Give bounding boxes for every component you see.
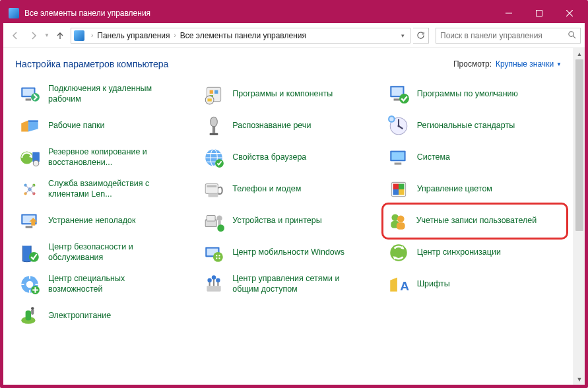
cpl-item-mobility-center[interactable]: Центр мобильности Windows bbox=[199, 237, 377, 269]
lenovo-client-icon bbox=[18, 178, 42, 201]
cpl-item-default-programs[interactable]: Программы по умолчанию bbox=[384, 79, 562, 110]
scroll-thumb[interactable] bbox=[575, 59, 583, 231]
cpl-item-label: Шрифты bbox=[417, 279, 450, 290]
cpl-item-label: Служба взаимодействия с клиентами Len... bbox=[48, 179, 174, 199]
cpl-item-label: Система bbox=[417, 152, 450, 163]
remote-desktop-icon bbox=[18, 82, 42, 106]
cpl-item-troubleshooting[interactable]: Устранение неполадок bbox=[15, 205, 193, 237]
address-bar[interactable]: › Панель управления › Все элементы панел… bbox=[71, 28, 410, 44]
maximize-button[interactable] bbox=[524, 3, 554, 23]
view-label: Просмотр: bbox=[453, 59, 492, 69]
cpl-item-internet-options[interactable]: Свойства браузера bbox=[199, 142, 377, 174]
forward-button[interactable] bbox=[26, 28, 42, 44]
items-grid: Подключения к удаленным рабочимПрограммы… bbox=[15, 79, 562, 332]
cpl-item-label: Центр синхронизации bbox=[417, 247, 501, 258]
system-icon bbox=[387, 146, 410, 170]
sync-center-icon bbox=[387, 241, 410, 265]
svg-rect-0 bbox=[537, 11, 542, 16]
breadcrumb-current[interactable]: Все элементы панели управления bbox=[179, 31, 308, 40]
search-input[interactable] bbox=[440, 31, 568, 40]
speech-icon bbox=[202, 114, 226, 138]
cpl-item-power-options[interactable]: Электропитание bbox=[15, 300, 193, 332]
cpl-item-devices-printers[interactable]: Устройства и принтеры bbox=[199, 205, 377, 237]
scroll-down-button[interactable]: ▼ bbox=[574, 373, 585, 385]
main-panel: Настройка параметров компьютера Просмотр… bbox=[3, 48, 573, 385]
chevron-right-icon[interactable]: › bbox=[172, 32, 179, 39]
cpl-item-lenovo-client[interactable]: Служба взаимодействия с клиентами Len... bbox=[15, 174, 193, 205]
cpl-item-color-management[interactable]: Управление цветом bbox=[384, 174, 562, 205]
color-management-icon bbox=[387, 178, 410, 201]
cpl-item-sync-center[interactable]: Центр синхронизации bbox=[384, 237, 562, 269]
cpl-item-network-sharing[interactable]: Центр управления сетями и общим доступом bbox=[199, 269, 377, 300]
programs-features-icon bbox=[202, 82, 226, 106]
cpl-item-label: Свойства браузера bbox=[232, 152, 306, 163]
cpl-item-system[interactable]: Система bbox=[384, 142, 562, 174]
cpl-item-programs-features[interactable]: Программы и компоненты bbox=[199, 79, 377, 110]
user-accounts-icon bbox=[386, 209, 410, 233]
titlebar[interactable]: Все элементы панели управления bbox=[3, 3, 585, 23]
address-dropdown-icon[interactable]: ▾ bbox=[399, 32, 407, 39]
scrollbar[interactable]: ▲ ▼ bbox=[573, 48, 585, 385]
page-title: Настройка параметров компьютера bbox=[15, 59, 168, 69]
backup-restore-icon bbox=[18, 146, 42, 170]
phone-modem-icon bbox=[202, 178, 226, 201]
cpl-item-label: Телефон и модем bbox=[232, 184, 301, 195]
fonts-icon bbox=[387, 273, 410, 296]
cpl-item-label: Региональные стандарты bbox=[417, 121, 515, 131]
cpl-item-label: Управление цветом bbox=[417, 184, 492, 195]
cpl-item-phone-modem[interactable]: Телефон и модем bbox=[199, 174, 377, 205]
minimize-button[interactable] bbox=[494, 3, 524, 23]
cpl-item-backup-restore[interactable]: Резервное копирование и восстановлени... bbox=[15, 142, 193, 174]
mobility-center-icon bbox=[202, 241, 226, 265]
view-mode-dropdown[interactable]: Крупные значки▼ bbox=[496, 59, 562, 69]
cpl-item-label: Устройства и принтеры bbox=[232, 216, 321, 226]
window-title: Все элементы панели управления bbox=[24, 9, 494, 18]
cpl-item-label: Подключения к удаленным рабочим bbox=[48, 84, 174, 104]
network-sharing-icon bbox=[202, 273, 226, 296]
cpl-item-label: Центр управления сетями и общим доступом bbox=[232, 274, 358, 294]
power-options-icon bbox=[18, 304, 42, 328]
work-folders-icon bbox=[18, 114, 42, 138]
internet-options-icon bbox=[202, 146, 226, 170]
region-icon bbox=[387, 114, 410, 138]
cpl-item-speech[interactable]: Распознавание речи bbox=[199, 110, 377, 142]
window-frame: Все элементы панели управления ▼ › Панел… bbox=[0, 0, 588, 388]
up-button[interactable] bbox=[52, 28, 68, 44]
cpl-item-label: Электропитание bbox=[48, 311, 111, 321]
close-button[interactable] bbox=[554, 3, 585, 23]
search-icon[interactable] bbox=[568, 30, 576, 41]
cpl-item-work-folders[interactable]: Рабочие папки bbox=[15, 110, 193, 142]
search-box[interactable] bbox=[436, 28, 581, 44]
devices-printers-icon bbox=[202, 209, 226, 233]
control-panel-icon bbox=[9, 8, 19, 18]
address-icon bbox=[74, 30, 84, 41]
cpl-item-label: Распознавание речи bbox=[232, 121, 311, 131]
cpl-item-label: Устранение неполадок bbox=[48, 216, 135, 226]
cpl-item-user-accounts[interactable]: Учетные записи пользователей bbox=[381, 203, 568, 240]
security-maintenance-icon bbox=[18, 241, 42, 265]
cpl-item-security-maintenance[interactable]: Центр безопасности и обслуживания bbox=[15, 237, 193, 269]
navbar: ▼ › Панель управления › Все элементы пан… bbox=[3, 23, 585, 48]
view-selector: Просмотр: Крупные значки▼ bbox=[453, 59, 562, 69]
cpl-item-fonts[interactable]: Шрифты bbox=[384, 269, 562, 300]
breadcrumb-root[interactable]: Панель управления bbox=[96, 31, 171, 40]
cpl-item-region[interactable]: Региональные стандарты bbox=[384, 110, 562, 142]
scroll-up-button[interactable]: ▲ bbox=[574, 48, 585, 59]
chevron-down-icon: ▼ bbox=[556, 61, 562, 67]
cpl-item-label: Рабочие папки bbox=[48, 121, 105, 131]
troubleshooting-icon bbox=[18, 209, 42, 233]
cpl-item-label: Учетные записи пользователей bbox=[416, 216, 537, 226]
recent-dropdown-icon[interactable]: ▼ bbox=[44, 32, 49, 38]
ease-of-access-icon bbox=[18, 273, 42, 296]
default-programs-icon bbox=[387, 82, 410, 106]
chevron-right-icon[interactable]: › bbox=[88, 32, 96, 39]
cpl-item-ease-of-access[interactable]: Центр специальных возможностей bbox=[15, 269, 193, 300]
cpl-item-label: Резервное копирование и восстановлени... bbox=[48, 147, 174, 168]
svg-point-1 bbox=[569, 31, 573, 36]
cpl-item-remote-desktop[interactable]: Подключения к удаленным рабочим bbox=[15, 79, 193, 110]
cpl-item-label: Центр мобильности Windows bbox=[232, 247, 344, 258]
cpl-item-label: Центр безопасности и обслуживания bbox=[48, 242, 174, 263]
refresh-button[interactable] bbox=[413, 28, 429, 44]
content-area: Настройка параметров компьютера Просмотр… bbox=[3, 48, 585, 385]
back-button[interactable] bbox=[7, 28, 23, 44]
